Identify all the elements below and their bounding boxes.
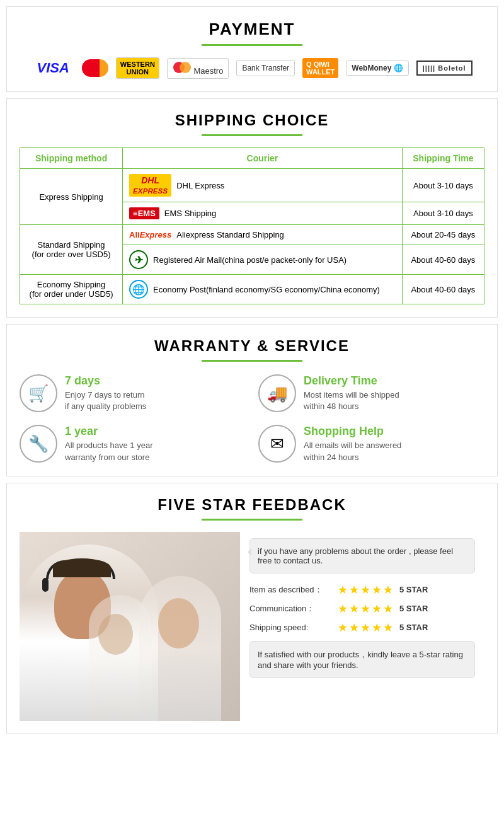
warranty-item-delivery: 🚚 Delivery Time Most items will be shipp… bbox=[258, 374, 484, 412]
warranty-section: WARRANTY & SERVICE 🛒 7 days Enjoy 7 days… bbox=[6, 324, 498, 476]
warranty-item-help: ✉ Shopping Help All emails will be answe… bbox=[258, 425, 484, 463]
un-icon: 🌐 bbox=[129, 280, 148, 299]
ems-name: EMS Shipping bbox=[164, 209, 216, 218]
chinapost-icon: ✈ bbox=[129, 250, 148, 269]
feedback-image bbox=[20, 532, 240, 721]
courier-ems-cell: ≡EMS EMS Shipping bbox=[129, 207, 396, 219]
chinapost-name: Registered Air Mail(china post/e packet-… bbox=[153, 255, 346, 265]
warranty-item-1year: 🔧 1 year All products have 1 yearwarrant… bbox=[20, 425, 246, 463]
mastercard-logo bbox=[82, 59, 108, 77]
method-express: Express Shipping bbox=[20, 169, 123, 225]
warranty-grid: 🛒 7 days Enjoy 7 days to returnif any qu… bbox=[20, 374, 484, 463]
warranty-1year-desc: All products have 1 yearwarranty from ou… bbox=[65, 440, 152, 463]
aliexpress-logo: AliExpress bbox=[129, 230, 171, 239]
feedback-section: FIVE STAR FEEDBACK if you have a bbox=[6, 483, 498, 734]
payment-title: PAYMENT bbox=[20, 20, 484, 39]
warranty-delivery-desc: Most items will be shippedwithin 48 hour… bbox=[304, 389, 399, 412]
warranty-7days-label: 7 days bbox=[65, 374, 146, 388]
warranty-7days-text: 7 days Enjoy 7 days to returnif any qual… bbox=[65, 374, 146, 412]
time-dhl: About 3-10 days bbox=[402, 169, 484, 202]
rating-described-value: 5 STAR bbox=[399, 585, 428, 594]
rating-shipping-stars: ★★★★★ bbox=[338, 621, 394, 635]
bubble-top-text: if you have any problems about the order… bbox=[258, 546, 453, 565]
feedback-content: if you have any problems about the order… bbox=[20, 532, 484, 721]
col-header-time: Shipping Time bbox=[402, 148, 484, 169]
shipping-section: SHIPPING CHOICE Shipping method Courier … bbox=[6, 98, 498, 318]
visa-logo: VISA bbox=[32, 57, 74, 79]
shipping-title: SHIPPING CHOICE bbox=[20, 112, 484, 129]
feedback-info: if you have any problems about the order… bbox=[240, 532, 484, 721]
dhl-name: DHL Express bbox=[176, 181, 224, 190]
cart-icon: 🛒 bbox=[20, 374, 57, 412]
rating-described-stars: ★★★★★ bbox=[338, 583, 394, 597]
warranty-7days-desc: Enjoy 7 days to returnif any quality pro… bbox=[65, 389, 146, 412]
boleto-logo: ||||| Boletol bbox=[416, 61, 472, 76]
economy-name: Economy Post(finland economy/SG economy/… bbox=[153, 285, 380, 294]
rating-communication-label: Communication： bbox=[249, 603, 338, 614]
feedback-underline bbox=[202, 519, 302, 521]
courier-chinapost: ✈ Registered Air Mail(china post/e packe… bbox=[123, 245, 403, 275]
time-economy: About 40-60 days bbox=[402, 275, 484, 304]
warranty-help-text: Shopping Help All emails will be answere… bbox=[304, 425, 401, 463]
ali-name: Aliexpress Standard Shipping bbox=[176, 230, 284, 239]
rating-communication-stars: ★★★★★ bbox=[338, 602, 394, 616]
payment-underline bbox=[202, 44, 302, 46]
dhl-logo: DHLEXPRESS bbox=[129, 174, 171, 197]
warranty-title: WARRANTY & SERVICE bbox=[20, 337, 484, 355]
rating-communication-value: 5 STAR bbox=[399, 604, 428, 613]
warranty-delivery-label: Delivery Time bbox=[304, 374, 399, 388]
time-ali: About 20-45 days bbox=[402, 225, 484, 245]
webmoney-logo: WebMoney 🌐 bbox=[346, 61, 408, 76]
bank-transfer-logo: Bank Transfer bbox=[236, 60, 295, 76]
rating-row-shipping: Shipping speed: ★★★★★ 5 STAR bbox=[249, 621, 475, 635]
bubble-bottom-text: If satisfied with our products，kindly le… bbox=[258, 650, 463, 670]
shipping-underline bbox=[202, 134, 302, 136]
email-icon: ✉ bbox=[258, 425, 296, 463]
tools-icon: 🔧 bbox=[20, 425, 57, 463]
courier-economy: 🌐 Economy Post(finland economy/SG econom… bbox=[123, 275, 403, 304]
warranty-1year-label: 1 year bbox=[65, 425, 152, 438]
feedback-bubble-top: if you have any problems about the order… bbox=[249, 538, 475, 574]
rating-described-label: Item as described： bbox=[249, 584, 338, 596]
warranty-help-label: Shopping Help bbox=[304, 425, 401, 438]
warranty-help-desc: All emails will be answeredwithin 24 hou… bbox=[304, 440, 401, 463]
payment-section: PAYMENT VISA WESTERNUNION Maestro Bank T… bbox=[6, 6, 498, 92]
table-row: Standard Shipping(for order over USD5) A… bbox=[20, 225, 484, 245]
col-header-method: Shipping method bbox=[20, 148, 123, 169]
col-header-courier: Courier bbox=[123, 148, 403, 169]
feedback-title: FIVE STAR FEEDBACK bbox=[20, 496, 484, 514]
warranty-1year-text: 1 year All products have 1 yearwarranty … bbox=[65, 425, 152, 463]
svg-point-1 bbox=[180, 62, 191, 73]
courier-dhl-cell: DHLEXPRESS DHL Express bbox=[129, 174, 396, 197]
mc-red bbox=[82, 59, 100, 77]
qiwi-logo: Q QIWIWALLET bbox=[302, 58, 338, 78]
ems-logo: ≡EMS bbox=[129, 207, 159, 219]
method-standard: Standard Shipping(for order over USD5) bbox=[20, 225, 123, 275]
feedback-bubble-bottom: If satisfied with our products，kindly le… bbox=[249, 641, 475, 678]
rating-row-communication: Communication： ★★★★★ 5 STAR bbox=[249, 602, 475, 616]
method-economy: Economy Shipping(for order under USD5) bbox=[20, 275, 123, 304]
warranty-delivery-text: Delivery Time Most items will be shipped… bbox=[304, 374, 399, 412]
table-row: Express Shipping DHLEXPRESS DHL Express … bbox=[20, 169, 484, 202]
courier-chinapost-cell: ✈ Registered Air Mail(china post/e packe… bbox=[129, 250, 396, 269]
rating-shipping-value: 5 STAR bbox=[399, 623, 428, 632]
courier-ali-cell: AliExpress Aliexpress Standard Shipping bbox=[129, 230, 396, 239]
time-ems: About 3-10 days bbox=[402, 202, 484, 225]
courier-economy-cell: 🌐 Economy Post(finland economy/SG econom… bbox=[129, 280, 396, 299]
shipping-table: Shipping method Courier Shipping Time Ex… bbox=[20, 147, 484, 304]
table-row: Economy Shipping(for order under USD5) 🌐… bbox=[20, 275, 484, 304]
rating-row-described: Item as described： ★★★★★ 5 STAR bbox=[249, 583, 475, 597]
payment-logos: VISA WESTERNUNION Maestro Bank Transfer … bbox=[20, 57, 484, 79]
rating-shipping-label: Shipping speed: bbox=[249, 623, 338, 632]
warranty-underline bbox=[202, 360, 302, 362]
courier-ali: AliExpress Aliexpress Standard Shipping bbox=[123, 225, 403, 245]
courier-dhl: DHLEXPRESS DHL Express bbox=[123, 169, 403, 202]
time-chinapost: About 40-60 days bbox=[402, 245, 484, 275]
warranty-item-7days: 🛒 7 days Enjoy 7 days to returnif any qu… bbox=[20, 374, 246, 412]
courier-ems: ≡EMS EMS Shipping bbox=[123, 202, 403, 225]
truck-icon: 🚚 bbox=[258, 374, 296, 412]
western-union-logo: WESTERNUNION bbox=[116, 57, 159, 79]
maestro-logo: Maestro bbox=[167, 58, 229, 79]
